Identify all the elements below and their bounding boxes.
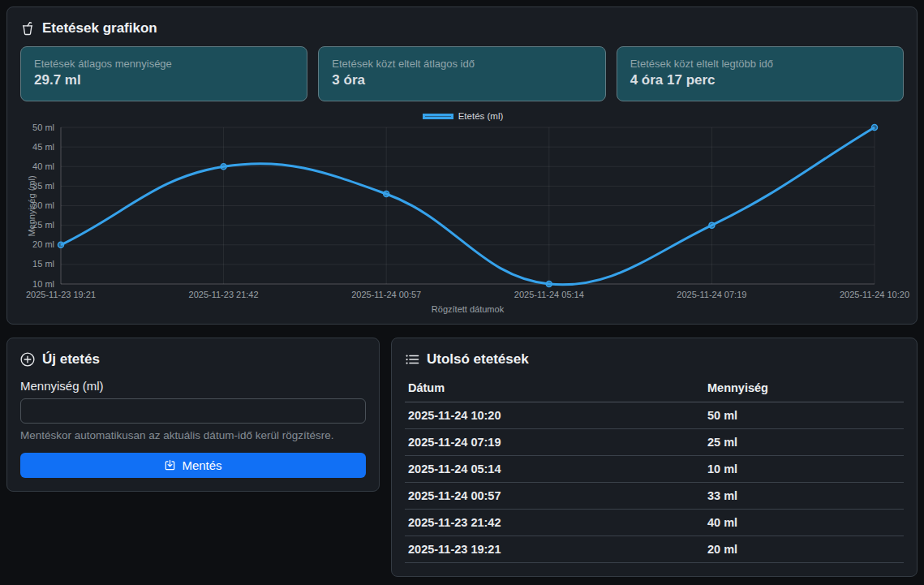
bottom-row: Új etetés Mennyiség (ml) Mentéskor autom…	[6, 338, 918, 577]
cell-date: 2025-11-24 07:19	[405, 429, 704, 456]
new-feeding-header: Új etetés	[20, 351, 366, 368]
feedings-chart-card: Etetések grafikon Etetések átlagos menny…	[6, 6, 918, 325]
cell-amount: 50 ml	[704, 402, 904, 429]
stat-value: 3 óra	[332, 72, 591, 88]
table-row: 2025-11-23 21:4240 ml	[405, 510, 904, 536]
feedings-line-chart[interactable]: Etetés (ml) 50 ml45 ml40 ml35 ml30 ml25 …	[20, 111, 905, 311]
stat-label: Etetések közt eltelt legtöbb idő	[630, 58, 890, 70]
save-button[interactable]: Mentés	[20, 453, 366, 478]
amount-field-label: Mennyiség (ml)	[20, 379, 366, 393]
stat-label: Etetések átlagos mennyisége	[34, 58, 294, 70]
feedings-table: Dátum Mennyiség 2025-11-24 10:2050 ml202…	[405, 376, 904, 563]
last-feedings-card: Utolsó etetések Dátum Mennyiség 2025-11-…	[391, 338, 918, 577]
data-point[interactable]	[221, 164, 226, 170]
chart-card-title: Etetések grafikon	[42, 20, 157, 37]
chart-canvas[interactable]	[20, 111, 905, 311]
amount-input[interactable]	[20, 398, 366, 424]
new-feeding-title: Új etetés	[42, 351, 100, 368]
x-axis-title: Rögzített dátumok	[432, 304, 504, 314]
cell-amount: 40 ml	[704, 510, 904, 536]
save-button-label: Mentés	[182, 458, 221, 472]
last-feedings-header: Utolsó etetések	[405, 351, 904, 368]
table-row: 2025-11-24 05:1410 ml	[405, 456, 904, 483]
cell-date: 2025-11-24 10:20	[405, 402, 704, 429]
y-axis-title: Mennyiség (ml)	[27, 175, 37, 236]
cell-amount: 25 ml	[704, 429, 904, 456]
column-header-amount: Mennyiség	[704, 376, 904, 402]
box-arrow-in-down-icon	[164, 459, 176, 471]
stat-average-interval: Etetések közt eltelt átlagos idő 3 óra	[318, 46, 605, 101]
table-row: 2025-11-23 19:2120 ml	[405, 536, 904, 563]
save-help-text: Mentéskor automatikusan az aktuális dátu…	[20, 429, 366, 441]
cell-date: 2025-11-24 05:14	[405, 456, 704, 483]
list-icon	[405, 352, 419, 367]
column-header-date: Dátum	[405, 376, 704, 402]
new-feeding-card: Új etetés Mennyiség (ml) Mentéskor autom…	[6, 338, 380, 492]
stat-average-amount: Etetések átlagos mennyisége 29.7 ml	[20, 46, 307, 101]
data-point[interactable]	[546, 282, 552, 287]
cup-straw-icon	[20, 21, 35, 36]
stat-value: 29.7 ml	[34, 72, 294, 88]
stat-longest-interval: Etetések közt eltelt legtöbb idő 4 óra 1…	[617, 46, 904, 101]
cell-amount: 33 ml	[704, 483, 904, 510]
plus-circle-icon	[20, 352, 35, 367]
last-feedings-title: Utolsó etetések	[427, 351, 529, 368]
data-point[interactable]	[384, 191, 389, 197]
cell-amount: 20 ml	[704, 536, 904, 563]
cell-amount: 10 ml	[704, 456, 904, 483]
table-row: 2025-11-24 00:5733 ml	[405, 483, 904, 510]
table-row: 2025-11-24 07:1925 ml	[405, 429, 904, 456]
stat-label: Etetések közt eltelt átlagos idő	[332, 58, 591, 70]
cell-date: 2025-11-23 21:42	[405, 510, 704, 536]
cell-date: 2025-11-24 00:57	[405, 483, 704, 510]
data-point[interactable]	[872, 125, 878, 131]
cell-date: 2025-11-23 19:21	[405, 536, 704, 563]
chart-card-header: Etetések grafikon	[20, 20, 904, 37]
table-header-row: Dátum Mennyiség	[405, 376, 904, 402]
data-point[interactable]	[58, 242, 64, 247]
table-row: 2025-11-24 10:2050 ml	[405, 402, 904, 429]
stats-row: Etetések átlagos mennyisége 29.7 ml Etet…	[20, 46, 904, 101]
data-point[interactable]	[709, 222, 715, 228]
stat-value: 4 óra 17 perc	[630, 72, 890, 88]
